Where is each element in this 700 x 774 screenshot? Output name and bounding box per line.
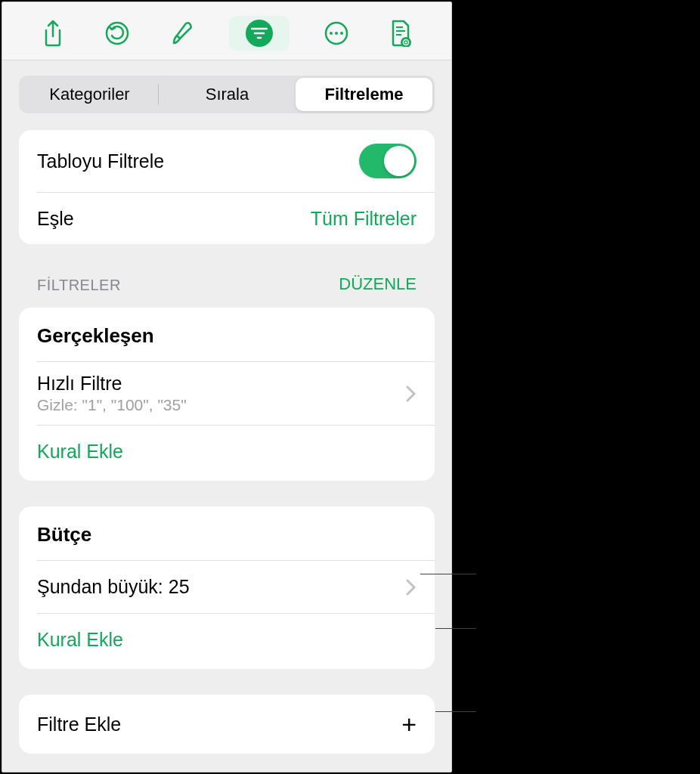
quick-filter-sub: Gizle: "1", "100", "35"	[37, 396, 187, 414]
filter-table-label: Tabloyu Filtrele	[37, 150, 164, 172]
add-filter-card[interactable]: Filtre Ekle +	[19, 695, 435, 754]
add-rule-button: Kural Ekle	[37, 629, 123, 650]
add-rule-row[interactable]: Kural Ekle	[19, 426, 435, 481]
add-rule-button: Kural Ekle	[37, 441, 123, 462]
document-preview-icon[interactable]	[383, 16, 418, 51]
filter-settings-card: Tabloyu Filtrele Eşle Tüm Filtreler	[19, 130, 435, 244]
tab-categories[interactable]: Kategoriler	[21, 78, 158, 111]
add-rule-row[interactable]: Kural Ekle	[19, 614, 435, 669]
callout-line	[435, 711, 476, 712]
chevron-right-icon	[406, 385, 417, 402]
filter-group-gerceklesen: Gerçekleşen Hızlı Filtre Gizle: "1", "10…	[19, 308, 435, 481]
toolbar	[2, 2, 451, 60]
segmented-control: Kategoriler Sırala Filtreleme	[19, 76, 435, 113]
share-icon[interactable]	[36, 16, 70, 51]
match-label: Eşle	[37, 208, 74, 230]
plus-icon: +	[401, 711, 417, 737]
rule-label: Şundan büyük: 25	[37, 576, 190, 598]
add-filter-label: Filtre Ekle	[37, 714, 121, 735]
group-title: Gerçekleşen	[19, 308, 435, 361]
greater-than-row[interactable]: Şundan büyük: 25	[19, 561, 435, 613]
undo-icon[interactable]	[100, 16, 135, 51]
chevron-right-icon	[406, 579, 417, 596]
match-value: Tüm Filtreler	[311, 208, 417, 230]
filter-table-toggle-row: Tabloyu Filtrele	[19, 130, 435, 192]
tab-sort[interactable]: Sırala	[159, 78, 296, 111]
group-title: Bütçe	[19, 506, 435, 560]
filter-icon[interactable]	[229, 16, 290, 51]
svg-point-6	[335, 32, 338, 35]
filters-section-title: FİLTRELER	[37, 277, 121, 294]
filters-section-header: FİLTRELER DÜZENLE	[19, 274, 435, 300]
brush-icon[interactable]	[164, 16, 199, 51]
quick-filter-label: Hızlı Filtre	[37, 373, 187, 395]
edit-button[interactable]: DÜZENLE	[339, 274, 417, 294]
more-icon[interactable]	[319, 16, 354, 51]
quick-filter-row[interactable]: Hızlı Filtre Gizle: "1", "100", "35"	[19, 362, 435, 425]
callout-line	[435, 628, 476, 629]
svg-point-7	[340, 32, 343, 35]
filter-group-butce: Bütçe Şundan büyük: 25 Kural Ekle	[19, 506, 435, 669]
svg-point-5	[330, 32, 333, 35]
svg-point-13	[405, 42, 407, 44]
match-row[interactable]: Eşle Tüm Filtreler	[19, 193, 435, 244]
filter-table-toggle[interactable]	[359, 144, 417, 178]
callout-line	[420, 574, 476, 574]
tab-filter[interactable]: Filtreleme	[296, 78, 432, 111]
